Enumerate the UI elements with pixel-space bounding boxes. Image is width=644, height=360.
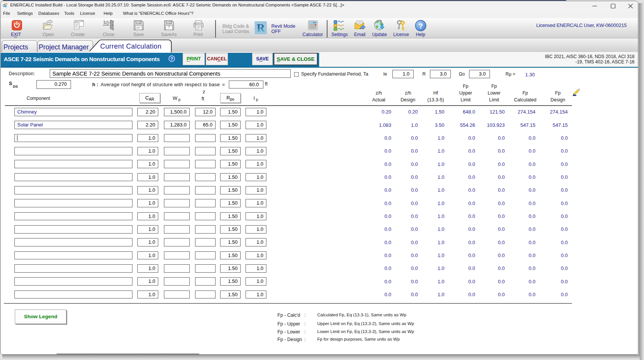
svg-text:R: R [257, 21, 265, 34]
svg-text:?: ? [419, 22, 423, 30]
svg-text:?: ? [168, 25, 170, 30]
svg-text:?: ? [170, 57, 173, 61]
